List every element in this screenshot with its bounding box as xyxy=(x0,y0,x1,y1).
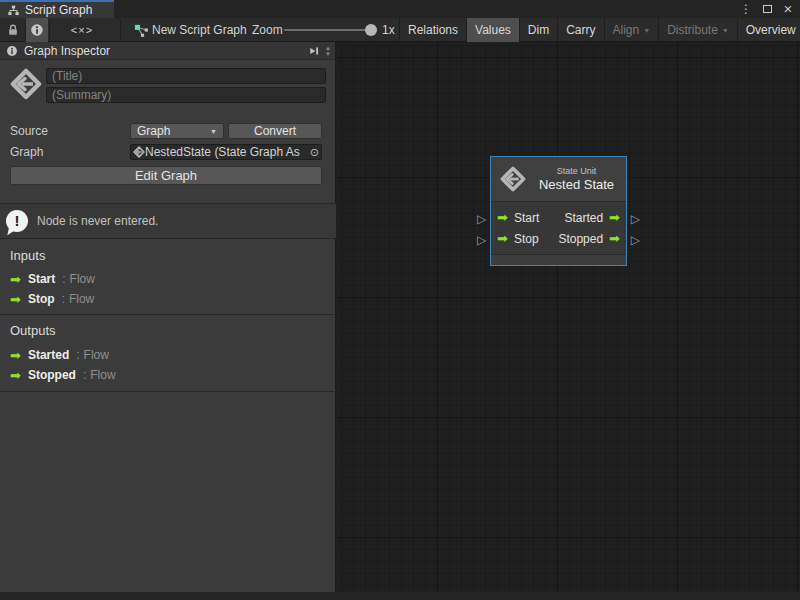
node-type-label: State Unit xyxy=(557,166,597,176)
nested-state-node[interactable]: State Unit Nested State ➡ Start Started … xyxy=(490,156,627,266)
outputs-header: Outputs xyxy=(10,323,56,338)
chevron-down-icon: ▼ xyxy=(210,128,217,135)
node-title: Nested State xyxy=(539,177,614,192)
flow-arrow-icon: ➡ xyxy=(10,369,21,382)
info-icon xyxy=(30,23,44,37)
output-port-row: ➡ Stopped : Flow xyxy=(10,367,116,383)
align-button[interactable]: Align ▼ xyxy=(604,18,659,42)
chevron-down-icon: ▼ xyxy=(722,27,729,34)
tab-label: Script Graph xyxy=(25,3,92,17)
source-dropdown[interactable]: Graph ▼ xyxy=(130,123,224,139)
zoom-label: Zoom xyxy=(252,18,283,42)
flow-arrow-icon: ➡ xyxy=(10,273,21,286)
output-port-started[interactable]: Started ➡ xyxy=(564,211,620,225)
panel-scroll-arrows[interactable]: ▲ ▼ xyxy=(325,45,331,57)
state-unit-icon xyxy=(500,166,526,192)
node-titles: State Unit Nested State xyxy=(535,166,626,192)
warning-box: ! Node is never entered. xyxy=(0,203,336,239)
connection-socket-icon[interactable]: ▷ xyxy=(477,234,486,246)
zoom-slider-handle[interactable] xyxy=(365,24,377,36)
zoom-slider-track[interactable] xyxy=(284,29,372,31)
graph-object-value: NestedState (State Graph As xyxy=(145,145,308,159)
node-ports: ➡ Start Started ➡ ➡ Stop Stopped ➡ xyxy=(491,202,626,249)
connection-socket-icon[interactable]: ▷ xyxy=(631,234,640,246)
input-port-row: ➡ Start : Flow xyxy=(10,271,95,287)
flow-arrow-icon: ➡ xyxy=(10,293,21,306)
node-port-row: ➡ Stop Stopped ➡ xyxy=(497,228,620,249)
convert-button[interactable]: Convert xyxy=(228,123,322,139)
connection-socket-icon[interactable]: ▷ xyxy=(631,213,640,225)
node-port-row: ➡ Start Started ➡ xyxy=(497,207,620,228)
graph-field-label: Graph xyxy=(10,145,43,159)
flow-arrow-icon: ➡ xyxy=(497,232,508,245)
state-graph-icon xyxy=(133,146,145,158)
new-script-graph-label: New Script Graph xyxy=(152,18,247,42)
graph-inspector-panel: Graph Inspector ▲ ▼ Source Graph ▼ Conve… xyxy=(0,42,336,592)
source-label: Source xyxy=(10,124,48,138)
toolbar-separator xyxy=(49,20,50,40)
values-button[interactable]: Values xyxy=(466,18,519,42)
warning-icon: ! xyxy=(6,210,28,232)
overview-button[interactable]: Overview xyxy=(737,18,800,42)
connection-socket-icon[interactable]: ▷ xyxy=(477,213,486,225)
code-preview-button[interactable]: <×> xyxy=(62,18,102,42)
window-close-icon[interactable]: × xyxy=(781,0,795,18)
state-graph-icon xyxy=(10,67,42,101)
relations-button[interactable]: Relations xyxy=(399,18,466,42)
node-header[interactable]: State Unit Nested State xyxy=(491,157,626,202)
input-port-stop[interactable]: ➡ Stop xyxy=(497,232,539,246)
inspector-toggle-button[interactable] xyxy=(26,18,48,42)
flow-arrow-icon: ➡ xyxy=(497,211,508,224)
window-menu-icon[interactable]: ⋮ xyxy=(739,0,753,18)
output-port-row: ➡ Started : Flow xyxy=(10,347,109,363)
lock-button[interactable] xyxy=(2,18,24,42)
inspector-header: Graph Inspector ▲ ▼ xyxy=(0,42,335,60)
scroll-down-icon[interactable]: ▼ xyxy=(325,51,331,57)
info-icon xyxy=(6,45,18,57)
warning-text: Node is never entered. xyxy=(37,214,158,228)
maximize-glyph xyxy=(763,5,772,13)
dock-panel-icon[interactable] xyxy=(308,45,320,57)
node-footer xyxy=(491,254,626,265)
graph-canvas[interactable]: State Unit Nested State ➡ Start Started … xyxy=(337,42,800,600)
graph-title-input[interactable] xyxy=(46,68,326,84)
input-port-row: ➡ Stop : Flow xyxy=(10,291,94,307)
input-port-start[interactable]: ➡ Start xyxy=(497,211,539,225)
new-script-graph-icon xyxy=(134,23,149,38)
code-icon: <×> xyxy=(71,24,93,36)
output-port-stopped[interactable]: Stopped ➡ xyxy=(558,232,620,246)
window-titlebar: Script Graph ⋮ × xyxy=(0,0,800,18)
toolbar-separator xyxy=(120,20,121,40)
distribute-button[interactable]: Distribute ▼ xyxy=(658,18,737,42)
graph-object-field[interactable]: NestedState (State Graph As ⊙ xyxy=(130,144,322,160)
new-script-graph-icon-wrap xyxy=(133,18,149,42)
inputs-header: Inputs xyxy=(10,248,45,263)
window-bottom-edge xyxy=(0,592,800,600)
section-divider xyxy=(0,391,336,392)
object-picker-icon[interactable]: ⊙ xyxy=(308,146,321,159)
edit-graph-button[interactable]: Edit Graph xyxy=(10,166,322,185)
lock-icon xyxy=(6,23,20,37)
inspector-title: Graph Inspector xyxy=(24,44,110,58)
flow-arrow-icon: ➡ xyxy=(609,211,620,224)
carry-button[interactable]: Carry xyxy=(557,18,603,42)
window-controls: ⋮ × xyxy=(739,0,798,18)
graph-toolbar: <×> New Script Graph Zoom 1x Relations V… xyxy=(0,18,800,42)
inspector-header-controls: ▲ ▼ xyxy=(308,42,331,60)
dim-button[interactable]: Dim xyxy=(519,18,557,42)
flow-arrow-icon: ➡ xyxy=(10,349,21,362)
window-maximize-icon[interactable] xyxy=(760,0,774,18)
tab-script-graph[interactable]: Script Graph xyxy=(0,0,114,18)
flow-arrow-icon: ➡ xyxy=(609,232,620,245)
script-graph-icon xyxy=(7,4,20,17)
zoom-value: 1x xyxy=(382,18,395,42)
chevron-down-icon: ▼ xyxy=(643,27,650,34)
graph-summary-input[interactable] xyxy=(46,87,326,103)
toolbar-right-group: Relations Values Dim Carry Align ▼ Distr… xyxy=(399,18,800,42)
section-divider xyxy=(0,314,336,315)
